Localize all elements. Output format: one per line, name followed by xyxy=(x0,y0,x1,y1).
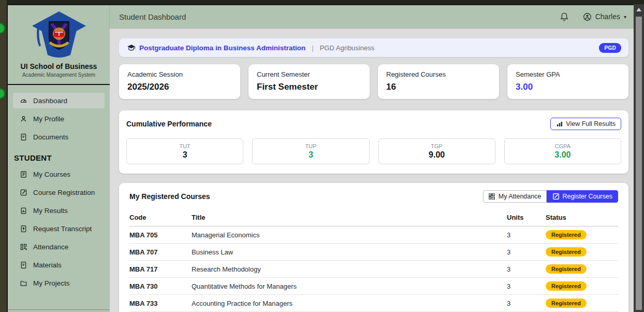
sidebar-item-label: My Profile xyxy=(33,115,64,123)
edit-square-icon xyxy=(552,193,559,200)
stat-cards: Academic Session 2025/2026 Current Semes… xyxy=(119,64,628,99)
program-subname: PGD Agribusiness xyxy=(320,44,375,52)
qr-code-icon xyxy=(489,193,495,200)
metric-tgp: TGP 9.00 xyxy=(378,138,495,164)
table-row: MBA 733 Accounting Practice for Managers… xyxy=(129,295,618,312)
course-code: MBA 717 xyxy=(129,265,192,273)
course-title: Managerial Economics xyxy=(192,231,507,239)
status-badge: Registered xyxy=(546,230,587,239)
vertical-scrollbar[interactable] xyxy=(634,4,644,312)
results-icon xyxy=(19,206,27,215)
transcript-icon xyxy=(19,224,27,233)
sidebar-item-label: Course Registration xyxy=(33,189,95,196)
course-units: 3 xyxy=(507,300,546,307)
scroll-up-arrow-icon[interactable] xyxy=(636,8,641,11)
registration-icon xyxy=(19,188,27,196)
bell-icon[interactable] xyxy=(560,11,569,22)
register-courses-button[interactable]: Register Courses xyxy=(547,190,618,203)
performance-header: Cumulative Performance View Full Results xyxy=(126,118,621,130)
sidebar-nav: DashboardMy ProfileDocumentsSTUDENTMy Co… xyxy=(8,85,110,291)
my-attendance-label: My Attendance xyxy=(499,193,541,200)
page-title: Student Dashboard xyxy=(119,12,186,21)
metric-label: TGP xyxy=(431,143,443,149)
metric-label: TUT xyxy=(179,143,190,149)
sidebar-item-label: Dashboard xyxy=(33,97,67,105)
status-badge: Registered xyxy=(546,264,587,274)
courses-actions: My Attendance Register Courses xyxy=(483,190,618,203)
course-units: 3 xyxy=(507,248,546,256)
sidebar-item-my-projects[interactable]: My Projects xyxy=(13,275,105,291)
sidebar-item-materials[interactable]: Materials xyxy=(13,257,105,273)
sidebar-item-label: My Courses xyxy=(33,171,70,178)
view-full-results-label: View Full Results xyxy=(566,120,616,127)
sidebar-item-course-registration[interactable]: Course Registration xyxy=(13,185,105,200)
documents-icon xyxy=(19,133,27,141)
sidebar-item-my-profile[interactable]: My Profile xyxy=(13,111,105,126)
table-row: MBA 730 Quantitative Methods for Manager… xyxy=(129,278,618,295)
sidebar-item-my-courses[interactable]: My Courses xyxy=(13,166,105,182)
status-badge: Registered xyxy=(546,281,587,291)
metric-cgpa: CGPA 3.00 xyxy=(504,138,621,164)
sidebar-item-dashboard[interactable]: Dashboard xyxy=(13,93,105,108)
sidebar: UI School of Business Academic Managemen… xyxy=(8,5,110,312)
stat-label: Semester GPA xyxy=(516,70,620,78)
topbar-right: Charles ▾ xyxy=(560,11,626,22)
user-menu[interactable]: Charles ▾ xyxy=(583,12,626,21)
courses-table: Code Title Units Status MBA 705 Manageri… xyxy=(129,209,618,312)
my-attendance-button[interactable]: My Attendance xyxy=(483,190,547,203)
table-row: MBA 705 Managerial Economics 3 Registere… xyxy=(129,226,618,244)
app-window: UI School of Business Academic Managemen… xyxy=(7,4,644,312)
school-logo xyxy=(30,10,88,60)
metric-value: 3 xyxy=(183,150,187,160)
bar-chart-icon xyxy=(556,121,563,127)
course-title: Quantitative Methods for Managers xyxy=(192,282,507,290)
view-full-results-button[interactable]: View Full Results xyxy=(550,118,621,130)
user-name: Charles xyxy=(595,12,620,21)
sidebar-item-label: Documents xyxy=(33,133,68,141)
sidebar-item-documents[interactable]: Documents xyxy=(13,129,105,145)
course-units: 3 xyxy=(507,265,546,273)
stat-card-academic-session: Academic Session 2025/2026 xyxy=(119,64,240,99)
course-status: Registered xyxy=(546,264,618,274)
sidebar-item-request-transcript[interactable]: Request Transcript xyxy=(13,221,105,236)
program-badge: PGD xyxy=(599,43,621,53)
courses-icon xyxy=(19,170,27,178)
metric-value: 3.00 xyxy=(554,150,570,160)
status-badge: Registered xyxy=(546,299,587,308)
brand-block: UI School of Business Academic Managemen… xyxy=(8,5,110,85)
courses-header: My Registered Courses My Attendance xyxy=(129,190,618,203)
stat-value: 16 xyxy=(386,82,491,92)
desktop-left-strip xyxy=(0,0,7,312)
course-status: Registered xyxy=(546,299,618,308)
course-units: 3 xyxy=(507,231,546,239)
stat-value: 2025/2026 xyxy=(127,82,232,92)
scrollbar-thumb[interactable] xyxy=(636,17,642,310)
desktop-top-strip xyxy=(0,0,644,4)
metric-label: TUP xyxy=(305,143,316,149)
table-body: MBA 705 Managerial Economics 3 Registere… xyxy=(129,226,618,312)
table-header: Code Title Units Status xyxy=(129,209,618,226)
sidebar-item-label: My Projects xyxy=(33,279,70,287)
course-status: Registered xyxy=(546,247,618,257)
course-status: Registered xyxy=(546,281,618,291)
brand-name: UI School of Business xyxy=(12,62,106,70)
course-units: 3 xyxy=(507,282,546,290)
course-title: Business Law xyxy=(192,248,507,256)
course-code: MBA 707 xyxy=(129,248,192,256)
metric-tup: TUP 3 xyxy=(252,138,369,164)
sidebar-item-my-results[interactable]: My Results xyxy=(13,203,105,218)
program-name[interactable]: Postgraduate Diploma in Business Adminis… xyxy=(139,44,305,52)
stat-value: First Semester xyxy=(257,82,361,92)
projects-icon xyxy=(19,279,27,287)
metric-tut: TUT 3 xyxy=(126,138,243,164)
performance-title: Cumulative Performance xyxy=(126,120,212,128)
course-title: Research Methodology xyxy=(192,265,507,273)
sidebar-item-attendance[interactable]: Attendance xyxy=(13,239,105,254)
course-title: Accounting Practice for Managers xyxy=(192,300,507,307)
stat-label: Registered Courses xyxy=(386,70,491,78)
sidebar-item-label: Request Transcript xyxy=(33,225,92,233)
performance-metrics: TUT 3 TUP 3 TGP 9.00 CGPA 3.00 xyxy=(126,138,621,164)
stat-card-semester-gpa: Semester GPA 3.00 xyxy=(507,64,628,99)
dashboard-icon xyxy=(19,96,27,105)
metric-value: 3 xyxy=(309,150,313,160)
